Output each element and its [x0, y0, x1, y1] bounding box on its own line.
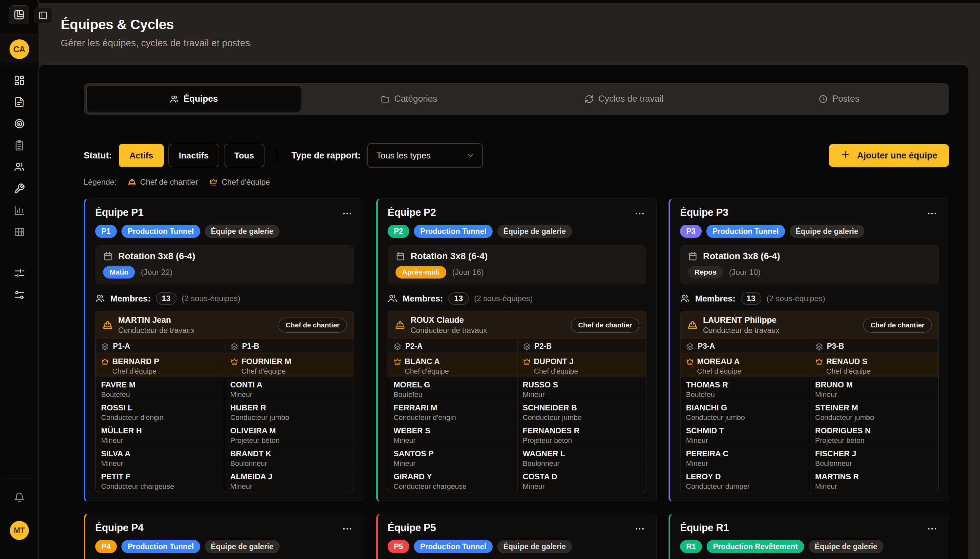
add-team-button[interactable]: Ajouter une équipe — [829, 144, 949, 167]
card-menu-button[interactable] — [633, 207, 647, 222]
subteam-name: P2-B — [535, 342, 552, 351]
tab--quipes[interactable]: Équipes — [86, 86, 301, 112]
card-header: Équipe P5 — [387, 522, 647, 537]
chef-role: Conducteur de travaux — [703, 326, 780, 335]
member-role: Mineur — [686, 459, 805, 468]
sidebar-item-dashboard[interactable] — [10, 75, 28, 86]
avatar-top[interactable]: CA — [10, 40, 29, 59]
page-header: Équipes & Cycles Gérer les équipes, cycl… — [39, 3, 980, 65]
list-item-member: ALMEIDA J Mineur — [225, 469, 354, 492]
tab-label: Catégories — [394, 94, 437, 104]
legend-item-label: Chef d'équipe — [222, 177, 270, 187]
team-name: Équipe P2 — [387, 207, 436, 218]
list-item-member: CONTI A Mineur — [225, 377, 354, 400]
list-item-leader: FOURNIER M Chef d'équipe — [225, 354, 354, 377]
member-name: MOREAU A — [697, 357, 740, 366]
status-filter-actifs[interactable]: Actifs — [119, 144, 164, 167]
list-item-member: BRUNO M Mineur — [810, 377, 939, 400]
crown-icon — [815, 357, 823, 366]
layers-icon — [394, 342, 401, 351]
card-menu-button[interactable] — [340, 522, 354, 537]
member-name: FERRARI M — [394, 403, 512, 412]
chevron-wrap — [466, 151, 475, 160]
crown-icon — [230, 357, 238, 366]
ellipsis-icon — [342, 208, 353, 219]
page-subtitle: Gérer les équipes, cycles de travail et … — [61, 38, 980, 48]
member-name: FISCHER J — [815, 449, 934, 458]
legend-item: Chef d'équipe — [209, 177, 270, 187]
report-type-select[interactable]: Tous les types — [367, 143, 483, 168]
status-filter-tous[interactable]: Tous — [224, 144, 265, 167]
tab-postes[interactable]: Postes — [732, 86, 947, 112]
team-name: Équipe R1 — [680, 522, 729, 534]
sidebar-item-file-text[interactable] — [10, 96, 28, 108]
member-role: Mineur — [686, 436, 805, 445]
hard-hat-icon — [127, 178, 136, 186]
subteam-name: P3-A — [698, 342, 715, 351]
tab-cat-gories[interactable]: Catégories — [301, 86, 516, 112]
team-code-badge: P1 — [95, 225, 117, 238]
sidebar-item-users[interactable] — [10, 161, 28, 172]
badge-row: P2 Production Tunnel Équipe de galerie — [387, 225, 647, 238]
sidebar-toggle-button[interactable] — [34, 8, 52, 23]
list-item-member: THOMAS R Boutefeu — [681, 377, 809, 400]
legend-items: Chef de chantierChef d'équipe — [127, 177, 270, 187]
tab-cycles-de-travail[interactable]: Cycles de travail — [516, 86, 732, 112]
sidebar-item-bar-chart[interactable] — [10, 205, 28, 216]
member-table: LAURENT Philippe Conducteur de travaux C… — [680, 311, 939, 493]
panel-left-icon — [38, 10, 48, 20]
list-item-leader: BERNARD P Chef d'équipe — [96, 354, 225, 377]
list-item-member: WEBER S Mineur — [388, 423, 517, 446]
list-item-member: PEREIRA C Mineur — [681, 446, 809, 469]
crown-icon — [686, 357, 694, 366]
status-filter-inactifs[interactable]: Inactifs — [168, 144, 219, 167]
card-menu-button[interactable] — [633, 522, 647, 537]
sidebar-divider — [4, 478, 35, 479]
card-menu-button[interactable] — [925, 522, 939, 537]
members-label: Membres: — [695, 294, 735, 304]
file-text-icon — [14, 96, 25, 108]
member-name: SCHNEIDER B — [523, 403, 641, 412]
tab-bar: ÉquipesCatégoriesCycles de travailPostes — [84, 83, 949, 115]
sidebar-item-sliders[interactable] — [10, 268, 28, 279]
sidebar-item-table[interactable] — [10, 227, 28, 238]
sidebar: CA MT — [0, 0, 39, 559]
subteam-name: P1-B — [242, 342, 259, 351]
member-name: SCHMID T — [686, 426, 805, 435]
team-type-badge: Production Revêtement — [707, 540, 804, 553]
team-card-r1: Équipe R1 R1 Production Revêtement Équip… — [669, 514, 949, 559]
list-item-member: LEROY D Conducteur dumper — [681, 469, 809, 492]
shift-badge: Repos — [688, 266, 723, 278]
sidebar-item-clipboard[interactable] — [10, 140, 28, 151]
member-role: Chef d'équipe — [394, 367, 512, 375]
sidebar-nav — [0, 75, 39, 238]
list-item-member: RUSSO S Mineur — [518, 377, 646, 400]
member-role: Projeteur béton — [230, 436, 349, 445]
table-icon — [14, 227, 25, 238]
team-category-badge: Équipe de galerie — [497, 540, 572, 553]
list-item-member: SILVA A Mineur — [96, 446, 225, 469]
chef-role: Conducteur de travaux — [118, 326, 195, 335]
member-role: Conducteur jumbo — [523, 413, 641, 422]
users-icon — [170, 94, 179, 104]
avatar-bottom[interactable]: MT — [10, 521, 29, 540]
tab-label: Équipes — [184, 94, 218, 104]
tab-label: Postes — [832, 94, 859, 104]
member-name: FAVRE M — [101, 380, 220, 389]
member-role: Boutefeu — [394, 390, 512, 399]
card-menu-button[interactable] — [340, 207, 354, 222]
rotation-day: (Jour 22) — [141, 268, 172, 277]
sidebar-item-wrench[interactable] — [10, 183, 28, 194]
app-logo[interactable] — [9, 5, 29, 24]
member-role: Mineur — [523, 390, 641, 399]
member-name: HUBER R — [230, 403, 349, 412]
member-role: Conducteur d'engin — [394, 413, 512, 422]
list-item-member: FERNANDES R Projeteur béton — [518, 423, 646, 446]
sidebar-item-target[interactable] — [10, 118, 28, 129]
card-menu-button[interactable] — [925, 207, 939, 222]
sidebar-item-sliders-2[interactable] — [10, 289, 28, 301]
team-category-badge: Équipe de galerie — [205, 540, 280, 553]
notifications-button[interactable] — [0, 492, 39, 503]
folder-icon — [381, 94, 390, 104]
member-role: Chef d'équipe — [523, 367, 641, 375]
